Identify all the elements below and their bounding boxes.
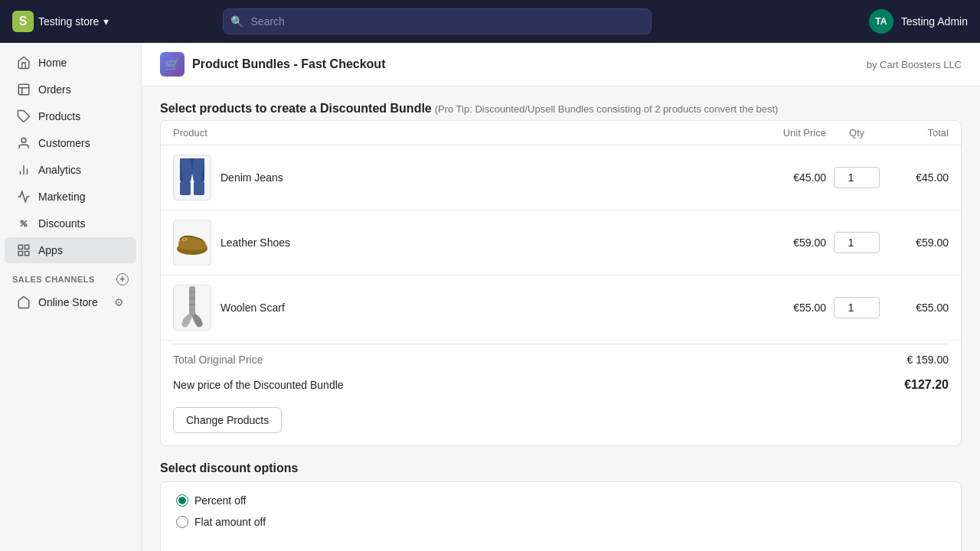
sidebar-label-analytics: Analytics: [38, 164, 81, 176]
percent-off-option[interactable]: Percent off: [176, 494, 946, 507]
flat-amount-option[interactable]: Flat amount off: [176, 516, 946, 528]
total-original-value: € 159.00: [887, 354, 949, 366]
svg-rect-0: [18, 84, 29, 95]
svg-point-4: [21, 138, 26, 142]
main-layout: Home Orders Products Customers: [0, 43, 980, 551]
chevron-down-icon: ▾: [103, 15, 109, 28]
sidebar-label-marketing: Marketing: [38, 191, 85, 203]
total-shoes: €59.00: [887, 236, 949, 249]
sidebar-item-discounts[interactable]: Discounts: [5, 210, 136, 236]
sidebar-wrapper: Home Orders Products Customers: [0, 43, 142, 551]
discounts-icon: [17, 217, 31, 230]
percent-off-radio[interactable]: [176, 494, 188, 507]
sidebar-item-orders[interactable]: Orders: [5, 77, 136, 103]
svg-line-10: [21, 220, 27, 227]
online-store-label: Online Store: [38, 296, 98, 308]
sidebar-label-products: Products: [38, 110, 80, 122]
analytics-icon: [17, 163, 31, 177]
svg-rect-23: [189, 286, 195, 317]
online-store-left: Online Store: [17, 295, 98, 309]
change-products-button[interactable]: Change Products: [173, 407, 282, 433]
sales-channels-label: SALES CHANNELS: [12, 275, 95, 284]
search-icon: 🔍: [230, 15, 243, 28]
svg-rect-11: [18, 245, 22, 249]
svg-rect-18: [180, 181, 191, 195]
search-input[interactable]: [223, 8, 652, 34]
col-qty: Qty: [826, 127, 887, 139]
store-name: Testing store: [38, 15, 99, 28]
table-header: Product Unit Price Qty Total: [161, 121, 961, 145]
qty-cell-scarf: [826, 297, 887, 318]
sidebar-item-marketing[interactable]: Marketing: [5, 184, 136, 210]
unit-price-scarf: €55.00: [734, 302, 826, 314]
total-jeans: €45.00: [887, 171, 949, 184]
marketing-icon: [17, 190, 31, 204]
svg-point-22: [184, 239, 185, 240]
gear-icon[interactable]: ⚙: [114, 296, 124, 308]
total-scarf: €55.00: [887, 302, 949, 314]
section1-tip: (Pro Tip: Discounted/Upsell Bundles cons…: [435, 103, 779, 115]
sidebar-item-online-store[interactable]: Online Store ⚙: [5, 289, 136, 315]
product-name-jeans: Denim Jeans: [220, 171, 283, 184]
product-image-scarf: [173, 285, 211, 331]
admin-name: Testing Admin: [901, 15, 968, 28]
new-price-row: New price of the Discounted Bundle €127.…: [161, 372, 961, 398]
sidebar-item-products[interactable]: Products: [5, 103, 136, 129]
app-header: 🛒 Product Bundles - Fast Checkout by Car…: [142, 43, 980, 86]
total-original-row: Total Original Price € 159.00: [161, 347, 961, 372]
add-sales-channel-button[interactable]: +: [116, 273, 129, 285]
product-image-jeans: [173, 155, 211, 201]
flat-amount-label: Flat amount off: [194, 516, 266, 528]
orders-icon: [17, 83, 31, 96]
section2-header: Select discount options: [160, 461, 962, 475]
col-total: Total: [887, 127, 949, 139]
sidebar-item-apps[interactable]: Apps: [5, 237, 136, 263]
table-row: Denim Jeans €45.00 €45.00: [161, 145, 961, 210]
sidebar: Home Orders Products Customers: [0, 43, 142, 551]
apps-icon: [17, 243, 31, 257]
product-cell-jeans: Denim Jeans: [173, 155, 734, 201]
svg-point-8: [21, 220, 23, 223]
qty-input-scarf[interactable]: [834, 297, 880, 318]
qty-input-shoes[interactable]: [834, 232, 880, 253]
product-cell-shoes: Leather Shoes: [173, 220, 734, 266]
store-selector[interactable]: S Testing store ▾: [12, 11, 109, 32]
main-content: 🛒 Product Bundles - Fast Checkout by Car…: [142, 43, 980, 551]
sidebar-item-home[interactable]: Home: [5, 50, 136, 76]
online-store-icon: [17, 295, 31, 309]
section1-header: Select products to create a Discounted B…: [160, 102, 962, 116]
percent-off-label: Percent off: [194, 494, 246, 507]
qty-cell-jeans: [826, 167, 887, 188]
product-table-card: Product Unit Price Qty Total: [160, 120, 962, 446]
customers-icon: [17, 136, 31, 150]
sidebar-item-customers[interactable]: Customers: [5, 130, 136, 156]
svg-rect-19: [194, 181, 204, 195]
total-original-label: Total Original Price: [173, 354, 887, 366]
nav-right: TA Testing Admin: [869, 9, 968, 34]
table-row: Leather Shoes €59.00 €59.00: [161, 210, 961, 276]
app-logo-icon: 🛒: [160, 52, 185, 77]
search-bar: 🔍: [223, 8, 652, 34]
sidebar-item-analytics[interactable]: Analytics: [5, 157, 136, 183]
shopify-logo: S: [12, 11, 34, 32]
svg-point-9: [24, 224, 27, 227]
product-image-shoes: [173, 220, 211, 266]
unit-price-shoes: €59.00: [734, 236, 826, 249]
section1-title: Select products to create a Discounted B…: [160, 102, 432, 115]
flat-amount-radio[interactable]: [176, 516, 188, 528]
table-row: Woolen Scarf €55.00 €55.00: [161, 276, 961, 341]
section2-title: Select discount options: [160, 461, 298, 474]
col-product: Product: [173, 127, 734, 139]
discount-card: Percent off Flat amount off Enter Discou…: [160, 481, 962, 551]
avatar: TA: [869, 9, 893, 34]
unit-price-jeans: €45.00: [734, 171, 826, 184]
new-price-label: New price of the Discounted Bundle: [173, 379, 887, 391]
svg-rect-12: [25, 245, 29, 249]
qty-input-jeans[interactable]: [834, 167, 880, 188]
app-title: Product Bundles - Fast Checkout: [192, 57, 385, 71]
app-header-left: 🛒 Product Bundles - Fast Checkout: [160, 52, 385, 77]
sales-channels-section: SALES CHANNELS +: [0, 264, 141, 289]
top-navigation: S Testing store ▾ 🔍 TA Testing Admin: [0, 0, 980, 43]
col-unit-price: Unit Price: [734, 127, 826, 139]
product-name-shoes: Leather Shoes: [220, 236, 290, 249]
